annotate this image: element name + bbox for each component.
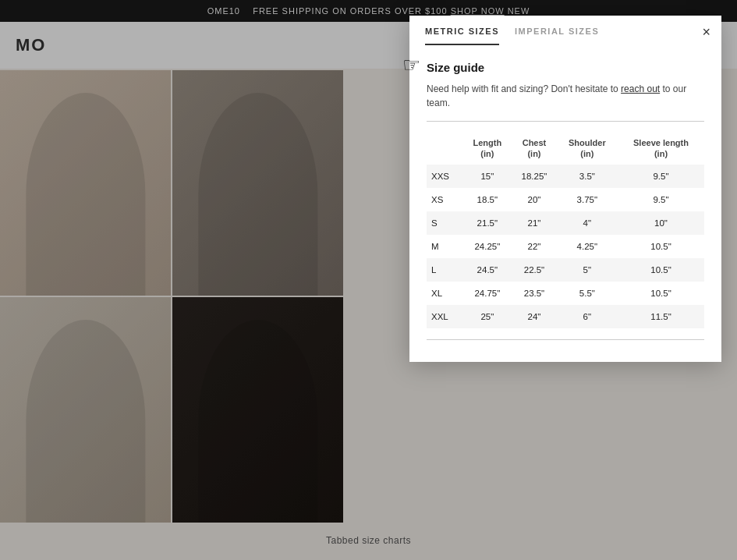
table-row: XL24.75"23.5"5.5"10.5" — [427, 282, 704, 305]
cell-size: L — [427, 258, 462, 282]
cell-size: XL — [427, 282, 462, 305]
table-row: XXS15"18.25"3.5"9.5" — [427, 165, 704, 188]
desc-pre: Need help with fit and sizing? Don't hes… — [427, 83, 621, 94]
cell-shoulder: 3.75" — [557, 188, 618, 211]
cell-shoulder: 3.5" — [557, 165, 618, 188]
cell-shoulder: 4" — [557, 211, 618, 235]
table-row: XXL25"24"6"11.5" — [427, 305, 704, 328]
cell-length: 24.25" — [462, 235, 512, 258]
size-guide-description: Need help with fit and sizing? Don't hes… — [427, 82, 704, 110]
cell-length: 25" — [462, 305, 512, 328]
table-row: XS18.5"20"3.75"9.5" — [427, 188, 704, 211]
close-button[interactable]: × — [702, 25, 710, 39]
cell-chest: 23.5" — [512, 282, 556, 305]
cell-size: XS — [427, 188, 462, 211]
col-sleeve: Sleeve length(in) — [618, 133, 704, 165]
table-header-row: Length(in) Chest(in) Shoulder(in) Sleeve… — [427, 133, 704, 165]
bottom-divider — [427, 339, 704, 340]
col-shoulder: Shoulder(in) — [557, 133, 618, 165]
cell-chest: 22" — [512, 235, 556, 258]
table-row: M24.25"22"4.25"10.5" — [427, 235, 704, 258]
reach-out-link[interactable]: reach out — [621, 83, 660, 94]
col-length: Length(in) — [462, 133, 512, 165]
cell-length: 18.5" — [462, 188, 512, 211]
col-size — [427, 133, 462, 165]
cell-sleeve: 10.5" — [618, 282, 704, 305]
col-chest: Chest(in) — [512, 133, 556, 165]
table-row: S21.5"21"4"10" — [427, 211, 704, 235]
tab-metric[interactable]: METRIC SIZES — [425, 27, 499, 45]
cell-length: 15" — [462, 165, 512, 188]
cell-sleeve: 11.5" — [618, 305, 704, 328]
cell-shoulder: 5" — [557, 258, 618, 282]
top-divider — [427, 121, 704, 122]
cell-size: XXL — [427, 305, 462, 328]
cell-sleeve: 9.5" — [618, 188, 704, 211]
cell-size: S — [427, 211, 462, 235]
cell-shoulder: 6" — [557, 305, 618, 328]
cell-sleeve: 10.5" — [618, 235, 704, 258]
modal-body: Size guide Need help with fit and sizing… — [409, 45, 721, 362]
size-guide-modal: × METRIC SIZES IMPERIAL SIZES Size guide… — [409, 16, 721, 362]
cell-shoulder: 5.5" — [557, 282, 618, 305]
size-guide-title: Size guide — [427, 61, 704, 74]
cell-chest: 18.25" — [512, 165, 556, 188]
cell-length: 24.75" — [462, 282, 512, 305]
cell-sleeve: 9.5" — [618, 165, 704, 188]
cell-chest: 21" — [512, 211, 556, 235]
cell-sleeve: 10.5" — [618, 258, 704, 282]
cell-sleeve: 10" — [618, 211, 704, 235]
cell-shoulder: 4.25" — [557, 235, 618, 258]
tab-imperial[interactable]: IMPERIAL SIZES — [515, 27, 599, 45]
size-table-body: XXS15"18.25"3.5"9.5"XS18.5"20"3.75"9.5"S… — [427, 165, 704, 328]
cell-chest: 24" — [512, 305, 556, 328]
cell-chest: 20" — [512, 188, 556, 211]
cell-chest: 22.5" — [512, 258, 556, 282]
table-row: L24.5"22.5"5"10.5" — [427, 258, 704, 282]
cell-size: XXS — [427, 165, 462, 188]
cell-size: M — [427, 235, 462, 258]
cell-length: 21.5" — [462, 211, 512, 235]
size-tabs: METRIC SIZES IMPERIAL SIZES — [409, 16, 721, 45]
size-table: Length(in) Chest(in) Shoulder(in) Sleeve… — [427, 133, 704, 328]
cell-length: 24.5" — [462, 258, 512, 282]
